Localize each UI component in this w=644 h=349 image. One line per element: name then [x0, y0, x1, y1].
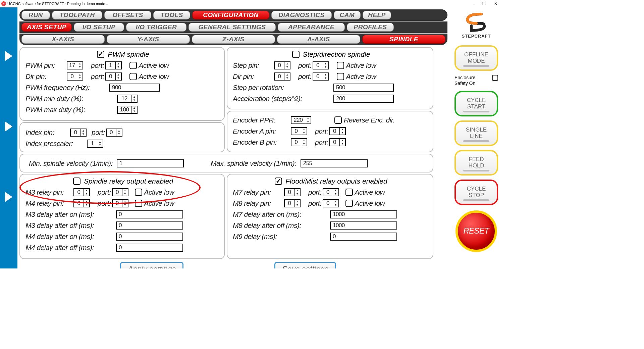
tab-io-trigger[interactable]: I/O TRIGGER: [126, 23, 186, 32]
reset-button[interactable]: RESET: [455, 210, 497, 252]
pwm-enable-checkbox[interactable]: [97, 51, 104, 58]
m8-pin-spin[interactable]: 0▲▼: [284, 199, 301, 207]
enclosure-safety: Enclosure Safety On: [454, 75, 498, 86]
offline-mode-button[interactable]: OFFLINE MODE: [454, 45, 498, 71]
m7-port-spin[interactable]: 0▲▼: [323, 188, 339, 196]
play-icon[interactable]: [5, 121, 12, 132]
tab-profiles[interactable]: PROFILES: [347, 23, 394, 32]
encoder-ppr-spin[interactable]: 220▲▼: [291, 116, 311, 124]
tab-tools[interactable]: TOOLS: [153, 11, 190, 19]
dir-port-spin[interactable]: 0▲▼: [105, 72, 122, 81]
feed-hold-button[interactable]: FEED HOLD: [454, 150, 498, 176]
pwm-max-spin[interactable]: 100▲▼: [117, 106, 138, 114]
single-line-button[interactable]: SINGLE LINE: [454, 120, 498, 146]
enc-b-pin-spin[interactable]: 0▲▼: [291, 138, 307, 146]
index-port-spin[interactable]: 0▲▼: [106, 129, 122, 137]
tab-run[interactable]: RUN: [21, 11, 50, 19]
m4-pin-spin[interactable]: 0▲▼: [73, 199, 90, 207]
m8-al-checkbox[interactable]: [345, 200, 353, 207]
index-pin-spin[interactable]: 0▲▼: [70, 129, 87, 137]
m7-al-checkbox[interactable]: [345, 189, 353, 196]
tab-z-axis[interactable]: Z-AXIS: [192, 35, 275, 44]
pwm-pin-label: PWM pin:: [25, 61, 66, 69]
dir-pin-label: Dir pin:: [25, 72, 66, 81]
pwm-port-spin[interactable]: 1▲▼: [105, 61, 122, 69]
m4-al-checkbox[interactable]: [135, 200, 142, 207]
save-settings-button[interactable]: Save settings: [274, 262, 336, 268]
tab-cam[interactable]: CAM: [334, 11, 361, 19]
pwm-min-spin[interactable]: 12▲▼: [117, 95, 138, 103]
enc-a-pin-spin[interactable]: 0▲▼: [291, 127, 307, 135]
min-velocity-input[interactable]: 1: [117, 159, 184, 167]
right-sidebar: STEPCRAFT OFFLINE MODE Enclosure Safety …: [449, 7, 503, 268]
enclosure-checkbox[interactable]: [492, 75, 498, 81]
tab-a-axis[interactable]: A-AXIS: [277, 35, 360, 44]
m3-pin-spin[interactable]: 0▲▼: [73, 188, 90, 196]
m7-pin-spin[interactable]: 0▲▼: [284, 188, 301, 196]
pwm-active-low-checkbox[interactable]: [129, 62, 137, 69]
spr-input[interactable]: 500: [333, 84, 394, 92]
cycle-stop-button[interactable]: CYCLE STOP: [454, 180, 498, 205]
close-button[interactable]: ✕: [490, 0, 502, 7]
step-port-spin[interactable]: 0▲▼: [313, 61, 329, 69]
tab-appearance[interactable]: APPEARANCE: [278, 23, 345, 32]
step-al-checkbox[interactable]: [337, 62, 344, 69]
tab-axis-setup[interactable]: AXIS SETUP: [21, 23, 72, 32]
stepdir-title: Step/direction spindle: [303, 50, 370, 58]
tab-offsets[interactable]: OFFSETS: [104, 11, 151, 19]
tab-general-settings[interactable]: GENERAL SETTINGS: [189, 23, 276, 32]
reverse-enc-checkbox[interactable]: [334, 116, 342, 124]
play-icon[interactable]: [5, 192, 12, 202]
acc-input[interactable]: 200: [333, 95, 394, 103]
panel-velocity: Min. spindle velocity (1/min): 1 Max. sp…: [19, 154, 433, 172]
sd-dir-port-spin[interactable]: 0▲▼: [313, 72, 329, 81]
m8off-input[interactable]: 1000: [330, 221, 397, 230]
left-rail: [0, 7, 17, 268]
tab-spindle[interactable]: SPINDLE: [362, 35, 445, 44]
brand-text: STEPCRAFT: [462, 34, 491, 39]
window-title: UCCNC software for STEPCRAFT : Running i…: [7, 2, 108, 6]
minimize-button[interactable]: —: [466, 0, 478, 7]
apply-settings-button[interactable]: Apply settings: [120, 262, 183, 268]
m3off-input[interactable]: 0: [116, 221, 183, 230]
m4-port-spin[interactable]: 0▲▼: [112, 199, 128, 207]
enc-a-port-spin[interactable]: 0▲▼: [329, 127, 346, 135]
index-prescaler-spin[interactable]: 1▲▼: [87, 140, 103, 148]
tab-help[interactable]: HELP: [363, 11, 391, 19]
stepdir-enable-checkbox[interactable]: [292, 51, 300, 58]
tab-diagnostics[interactable]: DIAGNOSTICS: [271, 11, 332, 19]
tab-configuration[interactable]: CONFIGURATION: [192, 11, 269, 19]
play-icon[interactable]: [5, 51, 12, 61]
tab-x-axis[interactable]: X-AXIS: [21, 35, 105, 44]
pwm-pin-spin[interactable]: 17▲▼: [67, 61, 83, 69]
tabs-sub1: AXIS SETUP I/O SETUP I/O TRIGGER GENERAL…: [19, 21, 447, 33]
m7on-input[interactable]: 1000: [330, 210, 397, 218]
tab-toolpath[interactable]: TOOLPATH: [52, 11, 102, 19]
pwm-freq-input[interactable]: 900: [109, 84, 160, 92]
m3-al-checkbox[interactable]: [135, 189, 142, 196]
maximize-button[interactable]: ❐: [478, 0, 490, 7]
relay-enable-checkbox[interactable]: [73, 178, 80, 185]
tab-y-axis[interactable]: Y-AXIS: [107, 35, 190, 44]
m8-port-spin[interactable]: 0▲▼: [323, 199, 339, 207]
relay-title: Spindle relay output enabled: [84, 177, 173, 185]
max-velocity-input[interactable]: 255: [301, 159, 368, 167]
app-icon: [1, 1, 6, 6]
flood-enable-checkbox[interactable]: [275, 178, 282, 185]
panel-relay: Spindle relay output enabled M3 relay pi…: [19, 174, 225, 259]
sd-dir-al-checkbox[interactable]: [337, 73, 344, 80]
dir-active-low-checkbox[interactable]: [129, 73, 137, 80]
panel-pwm: PWM spindle PWM pin: 17▲▼ port: 1▲▼ Acti…: [19, 47, 225, 121]
flood-title: Flood/Mist relay outputs enabled: [285, 177, 387, 185]
m9-input[interactable]: 0: [330, 233, 397, 241]
m3-port-spin[interactable]: 0▲▼: [112, 188, 128, 196]
step-pin-spin[interactable]: 0▲▼: [274, 61, 290, 69]
dir-pin-spin[interactable]: 0▲▼: [67, 72, 83, 81]
m4off-input[interactable]: 0: [116, 244, 183, 252]
m4on-input[interactable]: 0: [116, 233, 183, 241]
cycle-start-button[interactable]: CYCLE START: [454, 91, 498, 116]
enc-b-port-spin[interactable]: 0▲▼: [329, 138, 346, 146]
tab-io-setup[interactable]: I/O SETUP: [74, 23, 124, 32]
sd-dir-pin-spin[interactable]: 0▲▼: [274, 72, 290, 81]
m3on-input[interactable]: 0: [116, 210, 183, 218]
